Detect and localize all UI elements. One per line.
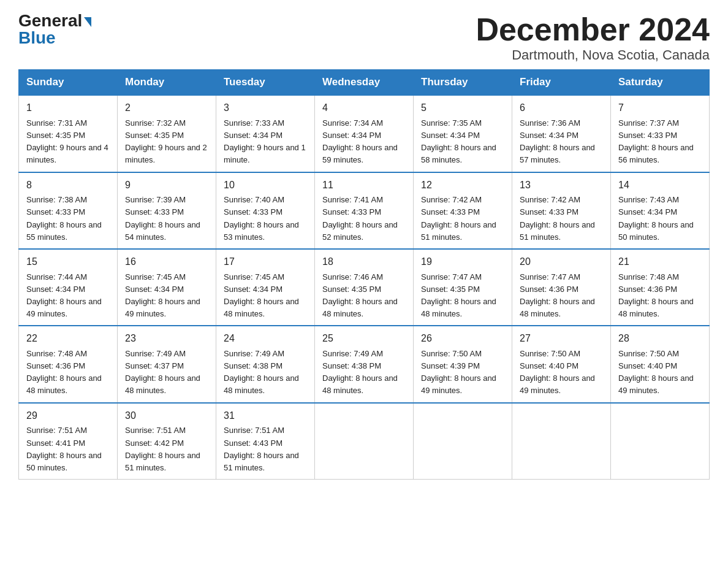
day-cell-27: 27Sunrise: 7:50 AMSunset: 4:40 PMDayligh… [512, 326, 611, 402]
location-title: Dartmouth, Nova Scotia, Canada [476, 47, 710, 63]
week-row-5: 29Sunrise: 7:51 AMSunset: 4:41 PMDayligh… [19, 403, 710, 480]
day-cell-8: 8Sunrise: 7:38 AMSunset: 4:33 PMDaylight… [19, 172, 118, 249]
day-number: 21 [618, 255, 702, 270]
day-number: 8 [26, 178, 110, 193]
day-number: 19 [421, 255, 504, 270]
day-info: Sunrise: 7:37 AMSunset: 4:33 PMDaylight:… [618, 117, 702, 167]
day-number: 9 [125, 178, 208, 193]
day-info: Sunrise: 7:49 AMSunset: 4:38 PMDaylight:… [322, 348, 406, 397]
day-header-saturday: Saturday [611, 70, 710, 96]
month-title: December 2024 [476, 12, 710, 47]
day-cell-28: 28Sunrise: 7:50 AMSunset: 4:40 PMDayligh… [611, 326, 710, 402]
day-info: Sunrise: 7:47 AMSunset: 4:36 PMDaylight:… [520, 271, 603, 321]
day-info: Sunrise: 7:42 AMSunset: 4:33 PMDaylight:… [421, 194, 504, 243]
day-cell-20: 20Sunrise: 7:47 AMSunset: 4:36 PMDayligh… [512, 249, 611, 326]
day-cell-19: 19Sunrise: 7:47 AMSunset: 4:35 PMDayligh… [414, 249, 512, 326]
day-cell-24: 24Sunrise: 7:49 AMSunset: 4:38 PMDayligh… [216, 326, 315, 402]
empty-cell [315, 403, 414, 480]
empty-cell [611, 403, 710, 480]
day-cell-26: 26Sunrise: 7:50 AMSunset: 4:39 PMDayligh… [414, 326, 512, 402]
day-cell-6: 6Sunrise: 7:36 AMSunset: 4:34 PMDaylight… [512, 95, 611, 172]
calendar-header-row: SundayMondayTuesdayWednesdayThursdayFrid… [19, 70, 710, 96]
day-cell-31: 31Sunrise: 7:51 AMSunset: 4:43 PMDayligh… [216, 403, 315, 480]
day-number: 26 [421, 331, 504, 347]
day-header-monday: Monday [118, 70, 216, 96]
day-cell-10: 10Sunrise: 7:40 AMSunset: 4:33 PMDayligh… [216, 172, 315, 249]
day-header-tuesday: Tuesday [216, 70, 315, 96]
day-number: 16 [125, 255, 208, 270]
day-number: 27 [520, 331, 603, 347]
day-cell-9: 9Sunrise: 7:39 AMSunset: 4:33 PMDaylight… [118, 172, 216, 249]
day-cell-1: 1Sunrise: 7:31 AMSunset: 4:35 PMDaylight… [19, 95, 118, 172]
day-info: Sunrise: 7:35 AMSunset: 4:34 PMDaylight:… [421, 117, 504, 167]
day-cell-17: 17Sunrise: 7:45 AMSunset: 4:34 PMDayligh… [216, 249, 315, 326]
day-info: Sunrise: 7:48 AMSunset: 4:36 PMDaylight:… [26, 348, 110, 397]
day-cell-18: 18Sunrise: 7:46 AMSunset: 4:35 PMDayligh… [315, 249, 414, 326]
day-cell-13: 13Sunrise: 7:42 AMSunset: 4:33 PMDayligh… [512, 172, 611, 249]
day-number: 2 [125, 101, 208, 116]
day-number: 14 [618, 178, 702, 193]
week-row-2: 8Sunrise: 7:38 AMSunset: 4:33 PMDaylight… [19, 172, 710, 249]
day-info: Sunrise: 7:51 AMSunset: 4:42 PMDaylight:… [125, 424, 208, 474]
empty-cell [512, 403, 611, 480]
day-cell-5: 5Sunrise: 7:35 AMSunset: 4:34 PMDaylight… [414, 95, 512, 172]
day-info: Sunrise: 7:50 AMSunset: 4:40 PMDaylight:… [618, 348, 702, 397]
day-number: 13 [520, 178, 603, 193]
week-row-3: 15Sunrise: 7:44 AMSunset: 4:34 PMDayligh… [19, 249, 710, 326]
day-info: Sunrise: 7:41 AMSunset: 4:33 PMDaylight:… [322, 194, 406, 243]
day-cell-2: 2Sunrise: 7:32 AMSunset: 4:35 PMDaylight… [118, 95, 216, 172]
day-header-sunday: Sunday [19, 70, 118, 96]
day-number: 3 [224, 101, 307, 116]
day-info: Sunrise: 7:45 AMSunset: 4:34 PMDaylight:… [125, 271, 208, 321]
day-cell-29: 29Sunrise: 7:51 AMSunset: 4:41 PMDayligh… [19, 403, 118, 480]
day-number: 22 [26, 331, 110, 347]
day-cell-23: 23Sunrise: 7:49 AMSunset: 4:37 PMDayligh… [118, 326, 216, 402]
day-info: Sunrise: 7:45 AMSunset: 4:34 PMDaylight:… [224, 271, 307, 321]
logo: General Blue [18, 12, 91, 47]
week-row-4: 22Sunrise: 7:48 AMSunset: 4:36 PMDayligh… [19, 326, 710, 402]
day-info: Sunrise: 7:36 AMSunset: 4:34 PMDaylight:… [520, 117, 603, 167]
empty-cell [414, 403, 512, 480]
day-cell-15: 15Sunrise: 7:44 AMSunset: 4:34 PMDayligh… [19, 249, 118, 326]
day-header-thursday: Thursday [414, 70, 512, 96]
day-info: Sunrise: 7:42 AMSunset: 4:33 PMDaylight:… [520, 194, 603, 243]
day-info: Sunrise: 7:32 AMSunset: 4:35 PMDaylight:… [125, 117, 208, 167]
day-cell-3: 3Sunrise: 7:33 AMSunset: 4:34 PMDaylight… [216, 95, 315, 172]
day-cell-25: 25Sunrise: 7:49 AMSunset: 4:38 PMDayligh… [315, 326, 414, 402]
week-row-1: 1Sunrise: 7:31 AMSunset: 4:35 PMDaylight… [19, 95, 710, 172]
day-number: 1 [26, 101, 110, 116]
day-number: 6 [520, 101, 603, 116]
logo-blue: Blue [18, 29, 56, 47]
day-number: 25 [322, 331, 406, 347]
day-cell-4: 4Sunrise: 7:34 AMSunset: 4:34 PMDaylight… [315, 95, 414, 172]
day-info: Sunrise: 7:38 AMSunset: 4:33 PMDaylight:… [26, 194, 110, 243]
day-number: 15 [26, 255, 110, 270]
day-number: 4 [322, 101, 406, 116]
day-number: 5 [421, 101, 504, 116]
day-number: 30 [125, 408, 208, 424]
day-info: Sunrise: 7:33 AMSunset: 4:34 PMDaylight:… [224, 117, 307, 167]
day-info: Sunrise: 7:39 AMSunset: 4:33 PMDaylight:… [125, 194, 208, 243]
day-number: 11 [322, 178, 406, 193]
day-number: 28 [618, 331, 702, 347]
day-info: Sunrise: 7:51 AMSunset: 4:41 PMDaylight:… [26, 424, 110, 474]
day-cell-12: 12Sunrise: 7:42 AMSunset: 4:33 PMDayligh… [414, 172, 512, 249]
day-info: Sunrise: 7:40 AMSunset: 4:33 PMDaylight:… [224, 194, 307, 243]
title-block: December 2024 Dartmouth, Nova Scotia, Ca… [476, 12, 710, 63]
day-number: 12 [421, 178, 504, 193]
day-number: 18 [322, 255, 406, 270]
day-cell-11: 11Sunrise: 7:41 AMSunset: 4:33 PMDayligh… [315, 172, 414, 249]
day-number: 24 [224, 331, 307, 347]
day-info: Sunrise: 7:43 AMSunset: 4:34 PMDaylight:… [618, 194, 702, 243]
day-cell-16: 16Sunrise: 7:45 AMSunset: 4:34 PMDayligh… [118, 249, 216, 326]
day-number: 20 [520, 255, 603, 270]
day-info: Sunrise: 7:50 AMSunset: 4:40 PMDaylight:… [520, 348, 603, 397]
day-info: Sunrise: 7:44 AMSunset: 4:34 PMDaylight:… [26, 271, 110, 321]
page-header: General Blue December 2024 Dartmouth, No… [18, 12, 710, 63]
day-number: 7 [618, 101, 702, 116]
day-header-friday: Friday [512, 70, 611, 96]
day-cell-30: 30Sunrise: 7:51 AMSunset: 4:42 PMDayligh… [118, 403, 216, 480]
day-number: 17 [224, 255, 307, 270]
logo-general: General [18, 12, 91, 29]
day-header-wednesday: Wednesday [315, 70, 414, 96]
